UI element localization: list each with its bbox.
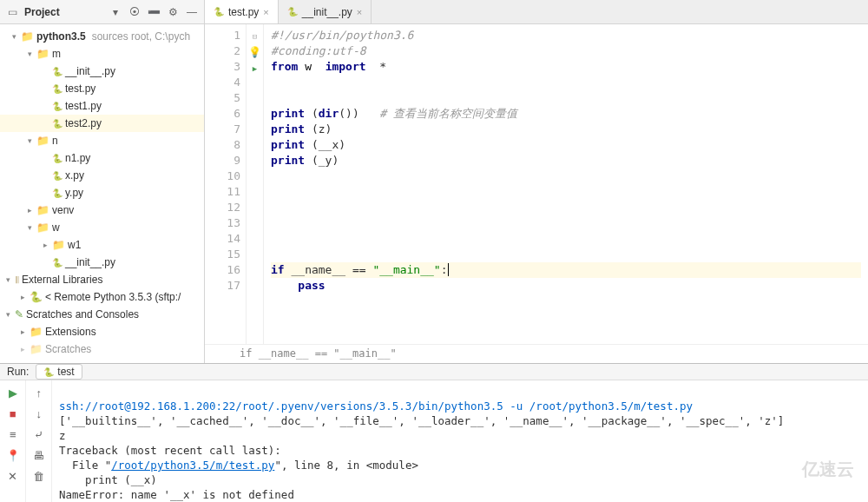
tree-root[interactable]: ▾ 📁 python3.5 sources root, C:\pych (0, 28, 204, 45)
tree-item-label: test2.py (65, 117, 102, 129)
tab-close-icon[interactable]: × (357, 7, 362, 17)
run-label: Run: (7, 366, 29, 378)
tab-label: test.py (228, 6, 259, 18)
editor-tabs: 🐍test.py×🐍__init__.py× (205, 0, 868, 24)
scratches-icon: ✎ (15, 308, 23, 320)
code-body[interactable]: #!/usr/bin/poython3.6#conding:utf-8from … (264, 24, 868, 344)
project-header: ▭ Project ▾ ⦿ ➖ ⚙ — (0, 0, 204, 24)
target-icon[interactable]: ⦿ (128, 5, 141, 19)
wrap-icon[interactable]: ⤶ (32, 427, 46, 441)
project-title: Project (24, 6, 103, 18)
down-icon[interactable]: ↓ (32, 406, 46, 420)
tree-item-label: __init__.py (65, 65, 115, 77)
tree-item[interactable]: 🐍test1.py (0, 97, 204, 115)
tree-item[interactable]: 🐍test2.py (0, 115, 204, 132)
layout-icon[interactable]: ≡ (6, 427, 20, 441)
folder-icon: 📁 (36, 204, 49, 216)
code-line[interactable] (271, 231, 861, 247)
console-cmd: ssh://root@192.168.1.200:22/root/.pyenv/… (59, 400, 693, 413)
tree-item-label: w1 (68, 239, 81, 251)
python-file-icon: 🐍 (52, 154, 62, 163)
tab-label: __init__.py (302, 6, 352, 18)
tree-item[interactable]: 🐍__init__.py (0, 254, 204, 271)
console-line: Traceback (most recent call last): (59, 444, 281, 457)
tree-item[interactable]: 🐍__init__.py (0, 63, 204, 80)
extensions[interactable]: ▸ 📁 Extensions (0, 323, 204, 340)
scratches-folder[interactable]: ▸ 📁 Scratches (0, 340, 204, 358)
code-line[interactable]: print (z) (271, 122, 861, 137)
line-gutter: 1234567891011121314151617 (205, 24, 247, 344)
stop-icon[interactable]: ■ (6, 406, 20, 420)
code-line[interactable]: print (dir()) # 查看当前名称空间变量值 (271, 106, 861, 122)
code-line[interactable]: if __name__ == "__main__": (271, 262, 861, 278)
code-line[interactable]: print (_y) (271, 153, 861, 168)
library-icon: ⫴ (15, 274, 19, 286)
code-line[interactable]: #conding:utf-8 (271, 43, 861, 59)
code-line[interactable] (271, 168, 861, 184)
tree-item-label: w (52, 221, 60, 234)
tree-item[interactable]: 🐍y.py (0, 184, 204, 201)
python-file-icon: 🐍 (43, 367, 54, 377)
folder-icon: 📁 (36, 221, 49, 234)
remote-python[interactable]: ▸ 🐍 < Remote Python 3.5.3 (sftp:/ (0, 288, 204, 306)
run-panel: Run: 🐍 test ▶ ■ ≡ 📍 ✕ ↑ ↓ ⤶ 🖶 🗑 ssh://ro… (0, 363, 868, 502)
tree-item[interactable]: ▾📁w (0, 219, 204, 236)
tree-item[interactable]: 🐍x.py (0, 167, 204, 184)
tree-item[interactable]: 🐍test.py (0, 80, 204, 97)
code-line[interactable] (271, 90, 861, 106)
code-line[interactable] (271, 200, 861, 215)
tree-item-label: test.py (65, 83, 95, 95)
folder-icon: 📁 (30, 343, 43, 355)
up-icon[interactable]: ↑ (32, 386, 46, 400)
console-output[interactable]: ssh://root@192.168.1.200:22/root/.pyenv/… (52, 380, 868, 502)
code-line[interactable] (271, 247, 861, 262)
project-tree[interactable]: ▾ 📁 python3.5 sources root, C:\pych ▾📁m🐍… (0, 24, 204, 363)
editor-tab[interactable]: 🐍__init__.py× (279, 0, 372, 23)
python-file-icon: 🐍 (52, 258, 62, 268)
console-line: print (__x) (59, 473, 157, 486)
tree-item-label: n (52, 135, 58, 147)
scratches-consoles[interactable]: ▾ ✎ Scratches and Consoles (0, 306, 204, 323)
python-icon: 🐍 (30, 291, 43, 303)
collapse-icon[interactable]: ➖ (147, 5, 161, 19)
tree-item[interactable]: ▸📁w1 (0, 236, 204, 254)
print-icon[interactable]: 🖶 (32, 448, 46, 462)
code-line[interactable] (271, 75, 861, 90)
editor: 🐍test.py×🐍__init__.py× 12345678910111213… (205, 0, 868, 363)
close-icon[interactable]: ✕ (6, 469, 20, 483)
folder-icon: 📁 (21, 30, 34, 43)
tree-item-label: __init__.py (65, 256, 115, 268)
code-line[interactable] (271, 184, 861, 200)
breadcrumb[interactable]: if __name__ == "__main__" (205, 344, 868, 363)
tree-item[interactable]: 🐍n1.py (0, 149, 204, 167)
tree-item[interactable]: ▸📁venv (0, 201, 204, 219)
editor-tab[interactable]: 🐍test.py× (205, 0, 279, 23)
rerun-icon[interactable]: ▶ (6, 386, 20, 400)
code-line[interactable]: print (__x) (271, 137, 861, 153)
python-file-icon: 🐍 (52, 67, 62, 76)
code-area[interactable]: 1234567891011121314151617 ⊟💡▶ #!/usr/bin… (205, 24, 868, 344)
hide-icon[interactable]: — (185, 5, 199, 19)
external-libraries[interactable]: ▾ ⫴ External Libraries (0, 271, 204, 288)
code-line[interactable]: from w import * (271, 59, 861, 75)
pin-icon[interactable]: 📍 (6, 448, 20, 462)
run-config-tab[interactable]: 🐍 test (36, 364, 82, 380)
tree-item-label: test1.py (65, 100, 102, 112)
run-gutter-icon: ▶ (253, 64, 257, 73)
trash-icon[interactable]: 🗑 (32, 469, 46, 483)
tree-item-label: m (52, 48, 61, 60)
code-line[interactable]: pass (271, 278, 861, 294)
traceback-file-link[interactable]: /root/python3.5/m/test.py (111, 459, 274, 472)
tree-item[interactable]: ▾📁n (0, 132, 204, 149)
code-line[interactable]: #!/usr/bin/poython3.6 (271, 28, 861, 43)
tab-close-icon[interactable]: × (263, 7, 268, 17)
dropdown-icon[interactable]: ▾ (108, 5, 122, 19)
tree-item[interactable]: ▾📁m (0, 45, 204, 63)
code-line[interactable] (271, 215, 861, 231)
run-header: Run: 🐍 test (0, 364, 868, 380)
gear-icon[interactable]: ⚙ (166, 5, 180, 19)
console-error: NameError: name '__x' is not defined (59, 488, 294, 501)
console-line: z (59, 429, 66, 442)
python-file-icon: 🐍 (52, 188, 62, 198)
project-sidebar: ▭ Project ▾ ⦿ ➖ ⚙ — ▾ 📁 python3.5 source… (0, 0, 205, 363)
